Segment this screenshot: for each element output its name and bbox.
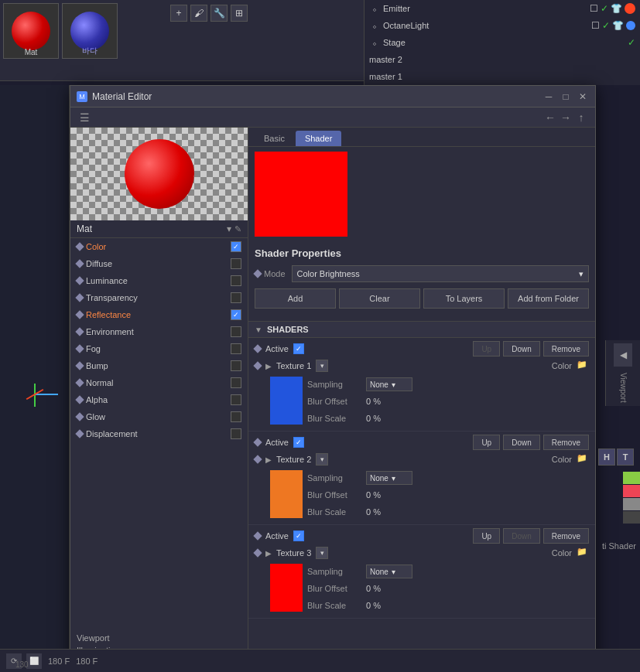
color-strip-green[interactable] xyxy=(623,472,640,484)
add-from-folder-button[interactable]: Add from Folder xyxy=(508,288,589,309)
prop-displacement[interactable]: Displacement xyxy=(70,425,248,442)
grid-icon[interactable]: ⊞ xyxy=(231,5,248,22)
up-btn-1[interactable]: Up xyxy=(473,341,500,356)
prop-glow[interactable]: Glow xyxy=(70,408,248,425)
shaders-collapse[interactable]: ▼ xyxy=(255,326,262,334)
add-button[interactable]: Add xyxy=(255,288,336,309)
texture-row-1: ▶ Texture 1 ▾ Color 📁 xyxy=(255,360,589,372)
scene-item-stage[interactable]: ⬦ Stage ✓ xyxy=(364,34,640,51)
tex-sampling-select-1[interactable]: None ▾ xyxy=(366,377,412,391)
tex-folder-3[interactable]: 📁 xyxy=(577,547,589,559)
reflectance-checkbox[interactable] xyxy=(231,309,241,320)
color-checkbox[interactable] xyxy=(231,241,241,252)
back-button[interactable]: ← xyxy=(542,110,558,125)
prop-glow-label: Glow xyxy=(86,412,228,421)
active-check-2[interactable] xyxy=(293,437,304,448)
secondary-thumbnail[interactable]: 바다 xyxy=(62,3,118,59)
tex-sampling-select-2[interactable]: None ▾ xyxy=(366,471,412,485)
prop-environment[interactable]: Environment xyxy=(70,323,248,340)
remove-btn-1[interactable]: Remove xyxy=(543,341,589,356)
viewport-arrow[interactable]: ◀ xyxy=(614,343,632,367)
forward-button[interactable]: → xyxy=(558,110,573,125)
tex-sampling-select-3[interactable]: None ▾ xyxy=(366,565,412,578)
mat-name-arrow[interactable]: ▾ xyxy=(227,223,231,234)
environment-checkbox[interactable] xyxy=(231,326,241,337)
diffuse-checkbox[interactable] xyxy=(231,258,241,269)
tool-icon[interactable]: 🔧 xyxy=(210,5,228,22)
h-button[interactable]: H xyxy=(598,449,615,466)
glow-checkbox[interactable] xyxy=(231,411,241,422)
minimize-button[interactable]: ─ xyxy=(542,90,555,103)
tab-shader[interactable]: Shader xyxy=(296,131,341,146)
mat-edit-icon[interactable]: ✎ xyxy=(234,224,241,234)
prop-fog[interactable]: Fog xyxy=(70,340,248,357)
up-btn-2[interactable]: Up xyxy=(473,435,500,450)
down-btn-2[interactable]: Down xyxy=(503,435,540,450)
emitter-checkbox[interactable]: ☐ xyxy=(590,3,598,14)
tex-folder-1[interactable]: 📁 xyxy=(577,360,589,372)
tex-dropdown-3[interactable]: ▾ xyxy=(316,547,328,559)
main-color-swatch[interactable] xyxy=(255,152,347,237)
remove-btn-3[interactable]: Remove xyxy=(543,528,589,544)
scene-item-master2[interactable]: master 2 xyxy=(364,51,640,68)
normal-checkbox[interactable] xyxy=(231,377,241,388)
color-strip-dark[interactable] xyxy=(623,511,640,524)
fog-checkbox[interactable] xyxy=(231,343,241,354)
prop-color[interactable]: Color xyxy=(70,238,248,255)
prop-luminance[interactable]: Luminance xyxy=(70,272,248,289)
alpha-checkbox[interactable] xyxy=(231,394,241,405)
tex-dropdown-1[interactable]: ▾ xyxy=(316,360,328,372)
scene-item-master1[interactable]: master 1 xyxy=(364,68,640,85)
emitter-shirt-icon: 👕 xyxy=(611,3,622,14)
color-strip-red[interactable] xyxy=(623,485,640,497)
tab-basic[interactable]: Basic xyxy=(255,131,294,146)
mat-thumbnail[interactable]: Mat xyxy=(3,3,59,59)
prop-reflectance[interactable]: Reflectance xyxy=(70,306,248,323)
paint-icon[interactable]: 🖌 xyxy=(190,5,207,22)
close-button[interactable]: ✕ xyxy=(577,90,589,103)
active-diamond-2 xyxy=(253,438,262,446)
tex-expand-1[interactable]: ▶ xyxy=(265,362,272,370)
tex-expand-2[interactable]: ▶ xyxy=(265,455,272,464)
tex-swatch-1[interactable] xyxy=(270,377,303,425)
displacement-checkbox[interactable] xyxy=(231,428,241,439)
maximize-button[interactable]: □ xyxy=(560,90,572,103)
bottom-icon-2[interactable]: ⬜ xyxy=(26,653,42,669)
t-button[interactable]: T xyxy=(617,449,634,466)
prop-transparency[interactable]: Transparency xyxy=(70,289,248,306)
viewport-nav-item[interactable]: Viewport xyxy=(77,632,241,644)
tex-swatch-2[interactable] xyxy=(270,470,303,518)
tex-sampling-label-3: Sampling xyxy=(307,567,361,576)
add-icon[interactable]: + xyxy=(170,5,187,22)
mode-select[interactable]: Color Brightness ▾ xyxy=(292,265,589,282)
tex-expand-3[interactable]: ▶ xyxy=(265,549,272,558)
active-check-1[interactable] xyxy=(293,343,304,354)
up-button[interactable]: ↑ xyxy=(573,110,589,125)
octanelight-checkbox[interactable]: ☐ xyxy=(591,20,600,31)
clear-button[interactable]: Clear xyxy=(339,288,420,309)
active-check-3[interactable] xyxy=(293,530,304,541)
bump-checkbox[interactable] xyxy=(231,360,241,371)
tex-dropdown-2[interactable]: ▾ xyxy=(316,453,328,466)
prop-diffuse[interactable]: Diffuse xyxy=(70,255,248,272)
luminance-checkbox[interactable] xyxy=(231,275,241,286)
shader-props-title: Shader Properties xyxy=(255,247,589,259)
down-btn-3[interactable]: Down xyxy=(503,528,540,544)
ht-button-group: H T xyxy=(598,449,634,466)
tex-folder-2[interactable]: 📁 xyxy=(577,453,589,466)
color-strip-gray[interactable] xyxy=(623,498,640,510)
menu-button[interactable]: ☰ xyxy=(77,110,92,125)
down-btn-1[interactable]: Down xyxy=(503,341,540,356)
scene-item-emitter[interactable]: ⬦ Emitter ☐ ✓ 👕 xyxy=(364,0,640,17)
octanelight-dot xyxy=(626,21,635,30)
tex-swatch-3[interactable] xyxy=(270,564,303,612)
to-layers-button[interactable]: To Layers xyxy=(423,288,505,309)
prop-alpha[interactable]: Alpha xyxy=(70,391,248,408)
mat-name-dropdown[interactable]: Mat xyxy=(77,223,224,234)
transparency-checkbox[interactable] xyxy=(231,292,241,303)
prop-normal[interactable]: Normal xyxy=(70,374,248,391)
scene-item-octanelight[interactable]: ⬦ OctaneLight ☐ ✓ 👕 xyxy=(364,17,640,34)
up-btn-3[interactable]: Up xyxy=(473,528,500,544)
prop-bump[interactable]: Bump xyxy=(70,357,248,374)
remove-btn-2[interactable]: Remove xyxy=(543,435,589,450)
